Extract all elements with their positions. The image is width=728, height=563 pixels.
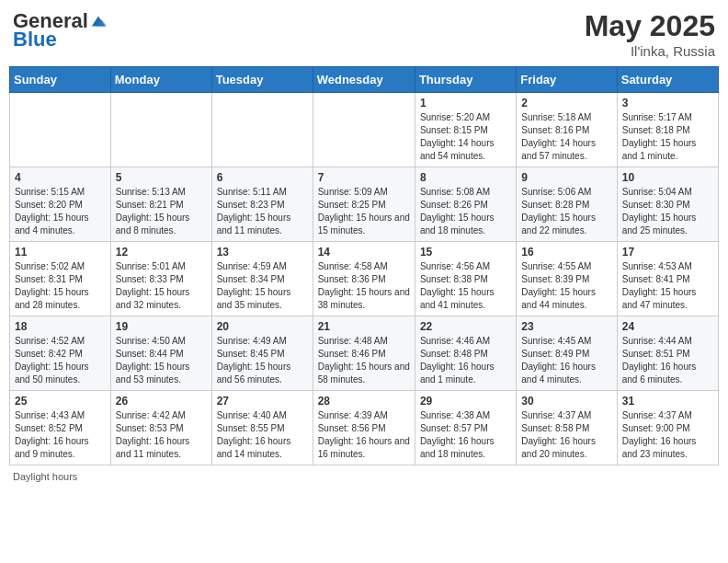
day-info: Sunrise: 5:15 AM Sunset: 8:20 PM Dayligh… <box>15 186 106 237</box>
calendar-cell: 4Sunrise: 5:15 AM Sunset: 8:20 PM Daylig… <box>10 167 111 242</box>
day-info: Sunrise: 5:09 AM Sunset: 8:25 PM Dayligh… <box>318 186 410 237</box>
day-info: Sunrise: 4:48 AM Sunset: 8:46 PM Dayligh… <box>318 335 410 386</box>
logo-icon <box>90 13 107 29</box>
weekday-header-wednesday: Wednesday <box>313 67 415 93</box>
calendar-week-3: 11Sunrise: 5:02 AM Sunset: 8:31 PM Dayli… <box>10 242 719 316</box>
day-number: 14 <box>318 246 410 259</box>
day-number: 13 <box>217 246 308 259</box>
day-number: 26 <box>116 395 207 408</box>
day-number: 23 <box>521 320 611 333</box>
day-info: Sunrise: 4:52 AM Sunset: 8:42 PM Dayligh… <box>15 335 106 386</box>
day-number: 4 <box>15 171 106 184</box>
day-number: 15 <box>420 246 511 259</box>
day-number: 19 <box>116 320 207 333</box>
calendar-cell: 9Sunrise: 5:06 AM Sunset: 8:28 PM Daylig… <box>517 167 617 242</box>
weekday-header-thursday: Thursday <box>415 67 516 93</box>
day-info: Sunrise: 4:45 AM Sunset: 8:49 PM Dayligh… <box>521 335 611 386</box>
calendar-cell: 15Sunrise: 4:56 AM Sunset: 8:38 PM Dayli… <box>415 242 516 316</box>
day-info: Sunrise: 4:39 AM Sunset: 8:56 PM Dayligh… <box>318 409 410 461</box>
weekday-header-monday: Monday <box>110 67 211 93</box>
day-info: Sunrise: 4:58 AM Sunset: 8:36 PM Dayligh… <box>318 260 410 312</box>
day-number: 27 <box>217 395 308 408</box>
calendar-cell: 29Sunrise: 4:38 AM Sunset: 8:57 PM Dayli… <box>415 391 516 465</box>
calendar-cell <box>211 93 313 167</box>
day-number: 18 <box>15 320 106 333</box>
day-info: Sunrise: 4:37 AM Sunset: 9:00 PM Dayligh… <box>622 409 713 461</box>
day-number: 10 <box>622 171 713 184</box>
day-number: 29 <box>420 395 511 408</box>
day-number: 11 <box>15 246 106 259</box>
calendar-cell: 20Sunrise: 4:49 AM Sunset: 8:45 PM Dayli… <box>211 316 313 391</box>
day-number: 12 <box>116 246 207 259</box>
day-info: Sunrise: 5:20 AM Sunset: 8:15 PM Dayligh… <box>420 111 511 163</box>
day-number: 9 <box>521 171 611 184</box>
logo-blue-text: Blue <box>13 28 57 52</box>
calendar-cell: 25Sunrise: 4:43 AM Sunset: 8:52 PM Dayli… <box>10 391 111 465</box>
day-number: 17 <box>622 246 713 259</box>
day-info: Sunrise: 4:55 AM Sunset: 8:39 PM Dayligh… <box>521 260 611 312</box>
weekday-header-row: SundayMondayTuesdayWednesdayThursdayFrid… <box>10 67 719 93</box>
calendar-cell: 2Sunrise: 5:18 AM Sunset: 8:16 PM Daylig… <box>517 93 617 167</box>
day-number: 21 <box>318 320 410 333</box>
day-info: Sunrise: 4:49 AM Sunset: 8:45 PM Dayligh… <box>217 335 308 386</box>
day-info: Sunrise: 5:13 AM Sunset: 8:21 PM Dayligh… <box>116 186 207 237</box>
day-info: Sunrise: 4:59 AM Sunset: 8:34 PM Dayligh… <box>217 260 308 312</box>
day-info: Sunrise: 4:53 AM Sunset: 8:41 PM Dayligh… <box>622 260 713 312</box>
logo: General Blue <box>13 9 107 52</box>
day-info: Sunrise: 4:40 AM Sunset: 8:55 PM Dayligh… <box>217 409 308 461</box>
page-header: General Blue May 2025 Il'inka, Russia <box>9 9 719 59</box>
calendar-title: May 2025 <box>585 9 715 43</box>
day-info: Sunrise: 4:44 AM Sunset: 8:51 PM Dayligh… <box>622 335 713 386</box>
calendar-cell: 30Sunrise: 4:37 AM Sunset: 8:58 PM Dayli… <box>517 391 617 465</box>
weekday-header-sunday: Sunday <box>10 67 111 93</box>
calendar-cell: 31Sunrise: 4:37 AM Sunset: 9:00 PM Dayli… <box>617 391 718 465</box>
calendar-cell <box>110 93 211 167</box>
day-info: Sunrise: 5:06 AM Sunset: 8:28 PM Dayligh… <box>521 186 611 237</box>
calendar-cell: 21Sunrise: 4:48 AM Sunset: 8:46 PM Dayli… <box>313 316 415 391</box>
day-number: 1 <box>420 97 511 109</box>
calendar-cell: 11Sunrise: 5:02 AM Sunset: 8:31 PM Dayli… <box>10 242 111 316</box>
calendar-cell: 27Sunrise: 4:40 AM Sunset: 8:55 PM Dayli… <box>211 391 313 465</box>
day-info: Sunrise: 4:38 AM Sunset: 8:57 PM Dayligh… <box>420 409 511 461</box>
calendar-cell: 23Sunrise: 4:45 AM Sunset: 8:49 PM Dayli… <box>517 316 617 391</box>
day-info: Sunrise: 4:56 AM Sunset: 8:38 PM Dayligh… <box>420 260 511 312</box>
calendar-cell: 12Sunrise: 5:01 AM Sunset: 8:33 PM Dayli… <box>110 242 211 316</box>
calendar-cell: 8Sunrise: 5:08 AM Sunset: 8:26 PM Daylig… <box>415 167 516 242</box>
weekday-header-tuesday: Tuesday <box>211 67 313 93</box>
day-number: 8 <box>420 171 511 184</box>
calendar-cell: 26Sunrise: 4:42 AM Sunset: 8:53 PM Dayli… <box>110 391 211 465</box>
daylight-label: Daylight hours <box>13 471 77 482</box>
day-info: Sunrise: 5:18 AM Sunset: 8:16 PM Dayligh… <box>521 111 611 163</box>
calendar-table: SundayMondayTuesdayWednesdayThursdayFrid… <box>9 66 719 465</box>
day-number: 20 <box>217 320 308 333</box>
day-number: 30 <box>521 395 611 408</box>
calendar-cell: 10Sunrise: 5:04 AM Sunset: 8:30 PM Dayli… <box>617 167 718 242</box>
day-info: Sunrise: 5:01 AM Sunset: 8:33 PM Dayligh… <box>116 260 207 312</box>
day-number: 6 <box>217 171 308 184</box>
day-number: 16 <box>521 246 611 259</box>
calendar-cell: 3Sunrise: 5:17 AM Sunset: 8:18 PM Daylig… <box>617 93 718 167</box>
day-info: Sunrise: 5:04 AM Sunset: 8:30 PM Dayligh… <box>622 186 713 237</box>
footer: Daylight hours <box>9 471 719 482</box>
weekday-header-saturday: Saturday <box>617 67 718 93</box>
calendar-cell <box>10 93 111 167</box>
calendar-cell: 6Sunrise: 5:11 AM Sunset: 8:23 PM Daylig… <box>211 167 313 242</box>
day-number: 31 <box>622 395 713 408</box>
day-info: Sunrise: 4:37 AM Sunset: 8:58 PM Dayligh… <box>521 409 611 461</box>
calendar-cell: 13Sunrise: 4:59 AM Sunset: 8:34 PM Dayli… <box>211 242 313 316</box>
day-number: 7 <box>318 171 410 184</box>
day-info: Sunrise: 5:02 AM Sunset: 8:31 PM Dayligh… <box>15 260 106 312</box>
day-info: Sunrise: 4:50 AM Sunset: 8:44 PM Dayligh… <box>116 335 207 386</box>
day-info: Sunrise: 5:17 AM Sunset: 8:18 PM Dayligh… <box>622 111 713 163</box>
calendar-cell: 14Sunrise: 4:58 AM Sunset: 8:36 PM Dayli… <box>313 242 415 316</box>
day-info: Sunrise: 5:11 AM Sunset: 8:23 PM Dayligh… <box>217 186 308 237</box>
calendar-cell <box>313 93 415 167</box>
title-block: May 2025 Il'inka, Russia <box>585 9 715 59</box>
calendar-week-2: 4Sunrise: 5:15 AM Sunset: 8:20 PM Daylig… <box>10 167 719 242</box>
calendar-cell: 28Sunrise: 4:39 AM Sunset: 8:56 PM Dayli… <box>313 391 415 465</box>
calendar-location: Il'inka, Russia <box>585 43 715 59</box>
day-number: 28 <box>318 395 410 408</box>
calendar-cell: 19Sunrise: 4:50 AM Sunset: 8:44 PM Dayli… <box>110 316 211 391</box>
day-number: 25 <box>15 395 106 408</box>
day-info: Sunrise: 4:46 AM Sunset: 8:48 PM Dayligh… <box>420 335 511 386</box>
